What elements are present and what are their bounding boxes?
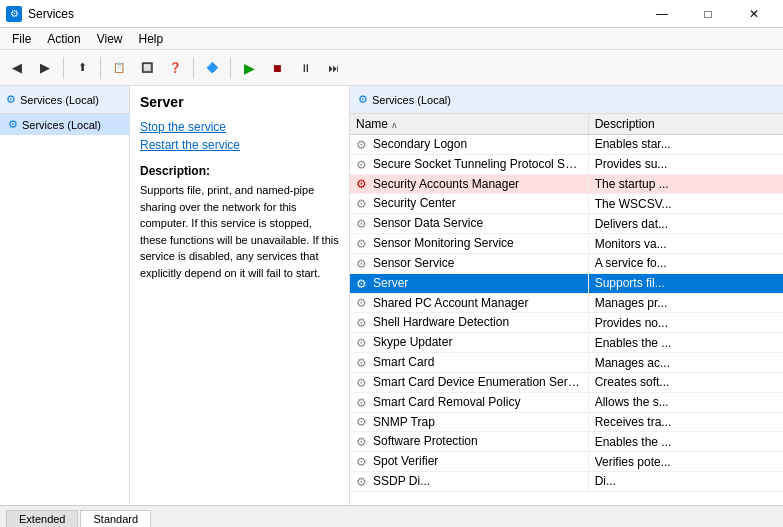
close-button[interactable]: ✕: [731, 0, 777, 28]
tab-extended[interactable]: Extended: [6, 510, 78, 527]
table-row[interactable]: Smart CardManages ac...: [350, 353, 783, 373]
service-name-text: Shell Hardware Detection: [373, 315, 509, 329]
restart-link-text: Restart: [140, 138, 179, 152]
stop-link-suffix: the service: [165, 120, 226, 134]
restart-service-button[interactable]: ⏭: [320, 55, 346, 81]
cell-service-name: Security Center: [350, 194, 588, 214]
nav-item-icon: ⚙: [8, 118, 18, 131]
toolbar-separator-2: [100, 57, 101, 79]
table-row[interactable]: SNMP TrapReceives tra...: [350, 412, 783, 432]
minimize-button[interactable]: —: [639, 0, 685, 28]
service-name-text: Sensor Monitoring Service: [373, 236, 514, 250]
service-name-text: Secondary Logon: [373, 137, 467, 151]
export-button[interactable]: 🔷: [199, 55, 225, 81]
col-header-name[interactable]: Name ∧: [350, 114, 588, 135]
table-row[interactable]: Smart Card Device Enumeration ServiceCre…: [350, 372, 783, 392]
cell-service-name: Shared PC Account Manager: [350, 293, 588, 313]
table-row[interactable]: ServerSupports fil...: [350, 273, 783, 293]
cell-service-description: Receives tra...: [588, 412, 783, 432]
table-row[interactable]: Sensor Monitoring ServiceMonitors va...: [350, 234, 783, 254]
menu-action[interactable]: Action: [39, 30, 88, 48]
table-row[interactable]: Smart Card Removal PolicyAllows the s...: [350, 392, 783, 412]
menu-file[interactable]: File: [4, 30, 39, 48]
service-name-text: Spot Verifier: [373, 454, 438, 468]
table-row[interactable]: Spot VerifierVerifies pote...: [350, 452, 783, 472]
service-name-text: Shared PC Account Manager: [373, 296, 528, 310]
table-row[interactable]: Sensor Data ServiceDelivers dat...: [350, 214, 783, 234]
service-name-text: Software Protection: [373, 434, 478, 448]
cell-service-description: Supports fil...: [588, 273, 783, 293]
cell-service-name: Secure Socket Tunneling Protocol Service: [350, 154, 588, 174]
stop-service-button[interactable]: ⏹: [264, 55, 290, 81]
maximize-button[interactable]: □: [685, 0, 731, 28]
table-row[interactable]: Shared PC Account ManagerManages pr...: [350, 293, 783, 313]
cell-service-name: Smart Card: [350, 353, 588, 373]
title-bar: ⚙ Services — □ ✕: [0, 0, 783, 28]
services-table-body: Secondary LogonEnables star...Secure Soc…: [350, 135, 783, 492]
service-name-text: Sensor Data Service: [373, 216, 483, 230]
back-button[interactable]: ◀: [4, 55, 30, 81]
service-name-text: Security Accounts Manager: [373, 177, 519, 191]
list-panel-header: ⚙ Services (Local): [350, 86, 783, 114]
toolbar: ◀ ▶ ⬆ 📋 🔲 ❓ 🔷 ▶ ⏹ ⏸ ⏭: [0, 50, 783, 86]
service-icon: [356, 277, 370, 291]
table-row[interactable]: Skype UpdaterEnables the ...: [350, 333, 783, 353]
app-icon: ⚙: [6, 6, 22, 22]
stop-service-link[interactable]: Stop the service: [140, 120, 339, 134]
service-name-text: Smart Card: [373, 355, 434, 369]
menu-bar: File Action View Help: [0, 28, 783, 50]
tab-standard[interactable]: Standard: [80, 510, 151, 527]
service-name-text: Smart Card Removal Policy: [373, 395, 520, 409]
window-controls: — □ ✕: [639, 0, 777, 28]
sort-arrow-icon: ∧: [391, 120, 398, 130]
table-row[interactable]: SSDP Di...Di...: [350, 472, 783, 492]
properties-button[interactable]: 🔲: [134, 55, 160, 81]
service-icon: [356, 455, 370, 469]
menu-help[interactable]: Help: [131, 30, 172, 48]
cell-service-description: Allows the s...: [588, 392, 783, 412]
show-hide-console-tree[interactable]: 📋: [106, 55, 132, 81]
cell-service-name: Software Protection: [350, 432, 588, 452]
list-header-icon: ⚙: [358, 93, 368, 106]
cell-service-description: The startup ...: [588, 174, 783, 194]
stop-link-text: Stop: [140, 120, 165, 134]
col-header-description[interactable]: Description: [588, 114, 783, 135]
table-row[interactable]: Sensor ServiceA service fo...: [350, 253, 783, 273]
table-container[interactable]: Name ∧ Description Secondary LogonEnable…: [350, 114, 783, 505]
cell-service-name: Smart Card Device Enumeration Service: [350, 372, 588, 392]
cell-service-description: Manages ac...: [588, 353, 783, 373]
service-icon: [356, 158, 370, 172]
cell-service-description: Provides su...: [588, 154, 783, 174]
service-icon: [356, 316, 370, 330]
service-icon: [356, 237, 370, 251]
list-header-label: Services (Local): [372, 94, 451, 106]
cell-service-description: The WSCSV...: [588, 194, 783, 214]
cell-service-description: Delivers dat...: [588, 214, 783, 234]
table-row[interactable]: Secure Socket Tunneling Protocol Service…: [350, 154, 783, 174]
cell-service-description: Enables the ...: [588, 432, 783, 452]
service-title: Server: [140, 94, 339, 110]
cell-service-name: Security Accounts Manager: [350, 174, 588, 194]
table-row[interactable]: Security Accounts ManagerThe startup ...: [350, 174, 783, 194]
service-name-text: Skype Updater: [373, 335, 452, 349]
menu-view[interactable]: View: [89, 30, 131, 48]
restart-service-link[interactable]: Restart the service: [140, 138, 339, 152]
help-button[interactable]: ❓: [162, 55, 188, 81]
table-row[interactable]: Software ProtectionEnables the ...: [350, 432, 783, 452]
forward-button[interactable]: ▶: [32, 55, 58, 81]
cell-service-description: Provides no...: [588, 313, 783, 333]
table-row[interactable]: Secondary LogonEnables star...: [350, 135, 783, 155]
start-service-button[interactable]: ▶: [236, 55, 262, 81]
pause-service-button[interactable]: ⏸: [292, 55, 318, 81]
cell-service-description: Enables the ...: [588, 333, 783, 353]
service-info-panel: Server Stop the service Restart the serv…: [130, 86, 350, 505]
up-button[interactable]: ⬆: [69, 55, 95, 81]
table-row[interactable]: Shell Hardware DetectionProvides no...: [350, 313, 783, 333]
table-row[interactable]: Security CenterThe WSCSV...: [350, 194, 783, 214]
tab-bar: Extended Standard: [0, 505, 783, 527]
cell-service-name: Spot Verifier: [350, 452, 588, 472]
service-name-text: Security Center: [373, 196, 456, 210]
nav-item-services-local[interactable]: ⚙ Services (Local): [0, 114, 129, 135]
nav-header-icon: ⚙: [6, 93, 16, 106]
cell-service-name: Sensor Service: [350, 253, 588, 273]
